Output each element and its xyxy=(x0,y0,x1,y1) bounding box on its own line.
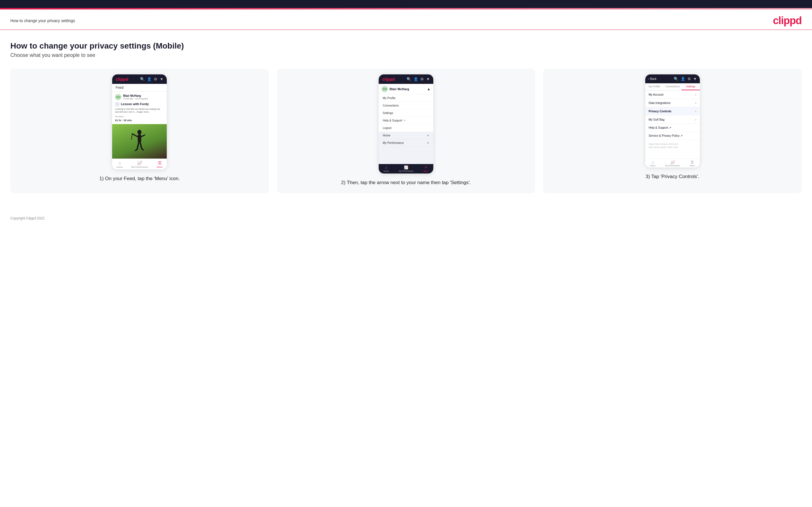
menu-icon3: ☰ xyxy=(691,160,694,164)
phone1-image xyxy=(112,124,167,159)
step-3-description: 3) Tap 'Privacy Controls'. xyxy=(646,173,699,180)
user-icon2: 👤 xyxy=(413,77,418,81)
settings-row-helpsupport[interactable]: Help & Support ↗ xyxy=(645,124,700,132)
step-3-phone: ‹ Back 🔍 👤 ⚙ ▼ My Profile Connections Se… xyxy=(645,74,700,167)
phone2-user-row: BM Blair McHarg ▲ xyxy=(379,84,433,95)
phone2-bottom-nav: ⌂ Home 📈 My Performance ✕ Menu xyxy=(379,164,433,173)
phone1-menu-label: Menu xyxy=(157,166,162,168)
phone1-username: Blair McHarg xyxy=(123,94,148,97)
settings-icon: ⚙ xyxy=(154,77,157,81)
svg-line-2 xyxy=(132,134,138,137)
settings-label-servicepolicy: Service & Privacy Policy ↗ xyxy=(649,134,683,137)
phone3-footer: Clippd Client Version: 2022.8.3-3GQL Ser… xyxy=(645,140,700,150)
chevron-right-icon3: › xyxy=(695,109,697,113)
main-content: How to change your privacy settings (Mob… xyxy=(0,30,812,211)
phone3-nav-icons: 🔍 👤 ⚙ ▼ xyxy=(674,77,697,81)
settings-row-servicepolicy[interactable]: Service & Privacy Policy ↗ xyxy=(645,132,700,140)
phone1-avatar: BM xyxy=(115,94,121,100)
phone1-bottom-nav: ⌂ Home 📈 My Performance ☰ Menu xyxy=(112,159,167,169)
phone2-menu-myprofile: My Profile xyxy=(379,95,433,102)
svg-line-3 xyxy=(141,135,145,137)
feed-label: Feed xyxy=(115,86,123,90)
phone1-home-label: Home xyxy=(116,166,122,168)
step-2-card: clippd 🔍 👤 ⚙ ▼ BM Blair McHarg ▲ My Prof… xyxy=(277,69,536,193)
svg-point-0 xyxy=(138,130,142,134)
chevron-right-icon2: › xyxy=(695,101,697,105)
chevron-up-icon: ▲ xyxy=(427,87,430,91)
phone2-username: Blair McHarg xyxy=(390,87,409,91)
phone1-logo: clippd xyxy=(115,77,128,81)
svg-line-5 xyxy=(137,142,139,149)
header: How to change your privacy settings clip… xyxy=(0,9,812,30)
phone3-bottom-nav: ⌂ Home 📈 My Performance ☰ Menu xyxy=(645,159,700,167)
phone1-nav-home: ⌂ Home xyxy=(116,161,122,168)
phone1-lesson-desc: Looking to feel like my hands are exitin… xyxy=(115,108,164,114)
phone2-nav-icons: 🔍 👤 ⚙ ▼ xyxy=(407,77,430,81)
phone1-feed-bar: Feed xyxy=(112,84,167,92)
tab-settings[interactable]: Settings xyxy=(681,83,700,90)
search-icon3: 🔍 xyxy=(674,77,678,81)
svg-line-4 xyxy=(132,134,132,139)
phone2-menu-connections: Connections xyxy=(379,102,433,109)
logo: clippd xyxy=(773,15,802,27)
phone2-nav: clippd 🔍 👤 ⚙ ▼ xyxy=(379,74,433,84)
phone3-nav-performance: 📈 My Performance xyxy=(665,160,680,167)
phone1-nav-icons: 🔍 👤 ⚙ ▼ xyxy=(140,77,163,81)
steps-row: clippd 🔍 👤 ⚙ ▼ Feed BM xyxy=(10,69,802,193)
settings-row-mygolfbag[interactable]: My Golf Bag › xyxy=(645,115,700,124)
search-icon2: 🔍 xyxy=(407,77,411,81)
page-subheading: Choose what you want people to see xyxy=(10,52,802,58)
phone3-spacer xyxy=(645,150,700,159)
svg-line-7 xyxy=(136,149,137,151)
back-label: Back xyxy=(650,77,656,80)
svg-line-6 xyxy=(140,142,142,149)
user-icon: 👤 xyxy=(147,77,152,81)
performance-icon3: 📈 xyxy=(670,160,675,164)
phone3-nav: ‹ Back 🔍 👤 ⚙ ▼ xyxy=(645,74,700,83)
settings-row-dataintegrations[interactable]: Data Integrations › xyxy=(645,99,700,107)
settings-row-myaccount[interactable]: My Account › xyxy=(645,91,700,99)
settings-label-myaccount: My Account xyxy=(649,93,664,96)
phone3-footer-text: Clippd Client Version: 2022.8.3-3GQL Ser… xyxy=(649,143,697,149)
phone1-post: BM Blair McHarg Yesterday · Sunningdale … xyxy=(112,92,167,124)
user-icon3: 👤 xyxy=(680,77,685,81)
tab-myprofile[interactable]: My Profile xyxy=(645,83,663,90)
settings-label-privacycontrols: Privacy Controls xyxy=(649,110,671,113)
footer: Copyright Clippd 2022 xyxy=(0,211,812,226)
phone2-nav-performance: 📈 My Performance xyxy=(399,165,413,172)
performance-icon2: 📈 xyxy=(404,165,408,169)
back-button: ‹ Back xyxy=(648,77,657,80)
settings-label-dataintegrations: Data Integrations xyxy=(649,101,670,105)
phone2-section-home: Home ▼ xyxy=(379,132,433,139)
chevron-down-icon5: ▼ xyxy=(693,77,697,81)
phone2-logo: clippd xyxy=(382,77,395,81)
settings-label-helpsupport: Help & Support ↗ xyxy=(649,126,671,129)
phone3-tabs: My Profile Connections Settings xyxy=(645,83,700,91)
chevron-down-icon4: ▼ xyxy=(427,142,429,145)
phone1-nav-menu: ☰ Menu xyxy=(157,161,162,168)
phone2-home-label: Home xyxy=(383,134,391,137)
phone1-usersub: Yesterday · Sunningdale xyxy=(123,97,148,100)
phone1-perf-label: My Performance xyxy=(132,166,148,168)
home-icon: ⌂ xyxy=(118,161,121,165)
copyright-text: Copyright Clippd 2022 xyxy=(10,216,45,220)
golfer-silhouette xyxy=(131,129,148,159)
search-icon: 🔍 xyxy=(140,77,145,81)
tab-connections[interactable]: Connections xyxy=(663,83,681,90)
settings-icon3: ⚙ xyxy=(688,77,691,81)
phone1-duration-label: Duration xyxy=(115,115,164,118)
step-1-phone: clippd 🔍 👤 ⚙ ▼ Feed BM xyxy=(112,74,167,169)
step-3-card: ‹ Back 🔍 👤 ⚙ ▼ My Profile Connections Se… xyxy=(543,69,802,193)
phone1-user-row: BM Blair McHarg Yesterday · Sunningdale xyxy=(115,94,164,100)
top-bar xyxy=(0,0,812,8)
phone2-section-performance: My Performance ▼ xyxy=(379,139,433,147)
phone2-menu-logout: Logout xyxy=(379,124,433,132)
chevron-down-icon3: ▼ xyxy=(427,134,429,137)
close-icon: ✕ xyxy=(424,165,427,169)
chevron-right-icon: › xyxy=(695,93,697,96)
phone1-nav: clippd 🔍 👤 ⚙ ▼ xyxy=(112,74,167,84)
chevron-down-icon2: ▼ xyxy=(426,77,430,81)
phone3-nav-home: ⌂ Home xyxy=(650,160,656,167)
settings-row-privacycontrols[interactable]: Privacy Controls › xyxy=(645,107,700,115)
phone1-lesson-title: Lesson with Fordy xyxy=(121,102,149,106)
